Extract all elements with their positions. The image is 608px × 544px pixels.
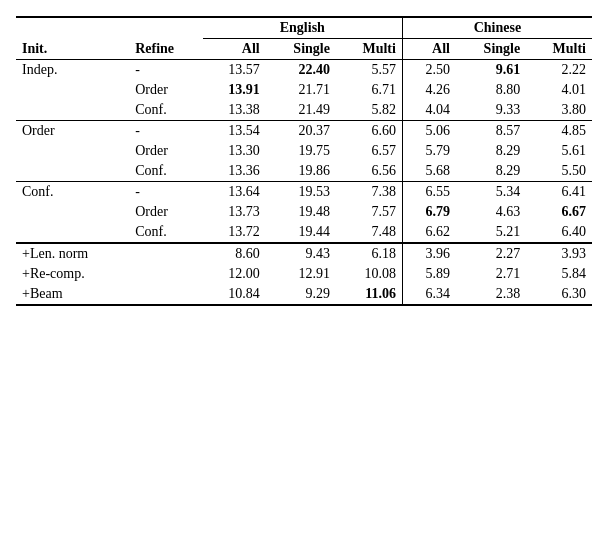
- table-cell: 19.53: [266, 182, 336, 203]
- header-empty: [16, 17, 203, 39]
- col-init: Init.: [16, 39, 129, 60]
- results-table: English Chinese Init. Refine All Single …: [16, 16, 592, 306]
- table-cell: 8.80: [456, 80, 526, 100]
- header-chinese: Chinese: [402, 17, 592, 39]
- table-cell: 2.38: [456, 284, 526, 305]
- table-cell: 7.38: [336, 182, 402, 203]
- table-cell: 2.71: [456, 264, 526, 284]
- table-cell: 3.96: [402, 243, 456, 264]
- table-cell: 10.84: [203, 284, 266, 305]
- table-cell: 4.26: [402, 80, 456, 100]
- table-cell: 13.64: [203, 182, 266, 203]
- table-cell: 6.41: [526, 182, 592, 203]
- table-cell: [129, 284, 203, 305]
- table-cell: 6.34: [402, 284, 456, 305]
- table-cell: 5.06: [402, 121, 456, 142]
- table-cell: 6.55: [402, 182, 456, 203]
- table-cell: [129, 243, 203, 264]
- table-cell: 9.43: [266, 243, 336, 264]
- table-cell: Conf.: [129, 161, 203, 182]
- table-cell: 12.91: [266, 264, 336, 284]
- table-cell: 2.27: [456, 243, 526, 264]
- table-cell: 6.71: [336, 80, 402, 100]
- col-cn-single: Single: [456, 39, 526, 60]
- table-cell: 6.67: [526, 202, 592, 222]
- col-en-all: All: [203, 39, 266, 60]
- table-cell: Order: [129, 141, 203, 161]
- table-cell: 10.08: [336, 264, 402, 284]
- table-cell: -: [129, 182, 203, 203]
- table-cell: 7.57: [336, 202, 402, 222]
- table-cell: 22.40: [266, 60, 336, 81]
- table-cell: [16, 100, 129, 121]
- table-cell: 9.33: [456, 100, 526, 121]
- table-cell: [16, 202, 129, 222]
- table-cell: 13.72: [203, 222, 266, 243]
- table-cell: 5.82: [336, 100, 402, 121]
- table-cell: 8.57: [456, 121, 526, 142]
- table-cell: 19.44: [266, 222, 336, 243]
- table-cell: [16, 141, 129, 161]
- table-cell: 5.34: [456, 182, 526, 203]
- col-cn-all: All: [402, 39, 456, 60]
- table-cell: 9.29: [266, 284, 336, 305]
- table-cell: 5.50: [526, 161, 592, 182]
- table-cell: 2.22: [526, 60, 592, 81]
- table-cell: 5.57: [336, 60, 402, 81]
- table-cell: 21.71: [266, 80, 336, 100]
- table-cell: Conf.: [16, 182, 129, 203]
- table-cell: Order: [129, 80, 203, 100]
- table-cell: 6.30: [526, 284, 592, 305]
- table-cell: 19.86: [266, 161, 336, 182]
- table-cell: 5.61: [526, 141, 592, 161]
- table-cell: 6.56: [336, 161, 402, 182]
- table-cell: 6.57: [336, 141, 402, 161]
- table-cell: 7.48: [336, 222, 402, 243]
- table-cell: 13.91: [203, 80, 266, 100]
- table-cell: 8.60: [203, 243, 266, 264]
- table-cell: 13.30: [203, 141, 266, 161]
- table-cell: -: [129, 121, 203, 142]
- table-cell: +Len. norm: [16, 243, 129, 264]
- table-cell: 9.61: [456, 60, 526, 81]
- table-cell: 12.00: [203, 264, 266, 284]
- table-cell: 11.06: [336, 284, 402, 305]
- table-cell: 13.57: [203, 60, 266, 81]
- table-cell: [16, 161, 129, 182]
- table-cell: 6.62: [402, 222, 456, 243]
- table-cell: 6.40: [526, 222, 592, 243]
- table-cell: 4.63: [456, 202, 526, 222]
- table-container: English Chinese Init. Refine All Single …: [16, 16, 592, 306]
- table-cell: 5.21: [456, 222, 526, 243]
- table-cell: 6.60: [336, 121, 402, 142]
- table-cell: Order: [16, 121, 129, 142]
- table-cell: 20.37: [266, 121, 336, 142]
- table-cell: 19.48: [266, 202, 336, 222]
- table-cell: 13.38: [203, 100, 266, 121]
- col-en-multi: Multi: [336, 39, 402, 60]
- table-cell: 19.75: [266, 141, 336, 161]
- table-cell: 5.68: [402, 161, 456, 182]
- table-cell: 21.49: [266, 100, 336, 121]
- table-cell: 2.50: [402, 60, 456, 81]
- table-cell: 13.73: [203, 202, 266, 222]
- col-refine: Refine: [129, 39, 203, 60]
- table-cell: [16, 222, 129, 243]
- table-cell: 4.01: [526, 80, 592, 100]
- table-cell: Indep.: [16, 60, 129, 81]
- table-cell: 6.79: [402, 202, 456, 222]
- table-cell: 3.93: [526, 243, 592, 264]
- table-cell: [16, 80, 129, 100]
- table-cell: 6.18: [336, 243, 402, 264]
- table-cell: -: [129, 60, 203, 81]
- table-cell: Conf.: [129, 100, 203, 121]
- table-cell: [129, 264, 203, 284]
- table-cell: 4.85: [526, 121, 592, 142]
- table-cell: Order: [129, 202, 203, 222]
- table-cell: 8.29: [456, 141, 526, 161]
- table-cell: 5.84: [526, 264, 592, 284]
- table-cell: 5.79: [402, 141, 456, 161]
- table-cell: 5.89: [402, 264, 456, 284]
- col-cn-multi: Multi: [526, 39, 592, 60]
- table-cell: 13.36: [203, 161, 266, 182]
